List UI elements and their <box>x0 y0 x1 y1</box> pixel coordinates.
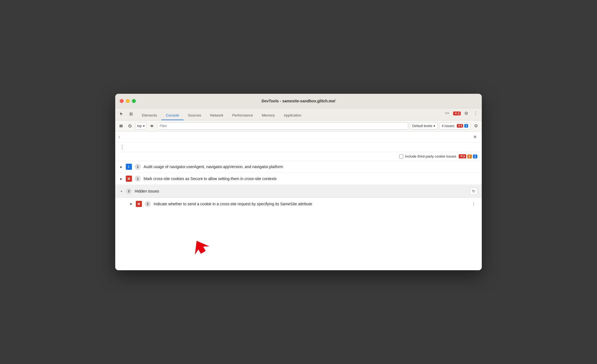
issue-type-icon-error <box>126 176 132 182</box>
default-levels-dropdown[interactable]: Default levels ▾ <box>410 122 438 130</box>
info-badge: 1 <box>473 155 477 158</box>
close-panel-btn[interactable]: ✕ <box>471 133 478 140</box>
layers-icon-btn[interactable] <box>127 110 135 118</box>
svg-line-7 <box>129 125 131 127</box>
third-party-row: Include third-party cookie issues ✕ 3 0 … <box>115 152 482 161</box>
maximize-button[interactable] <box>132 99 136 103</box>
svg-rect-2 <box>130 114 131 115</box>
minimize-button[interactable] <box>126 99 130 103</box>
traffic-lights <box>120 99 136 103</box>
tab-elements[interactable]: Elements <box>137 111 161 120</box>
svg-rect-10 <box>128 166 129 168</box>
sub-issue-type-icon <box>136 201 142 207</box>
console-prompt-row: › ✕ <box>115 132 482 142</box>
issue-text-crosssite: Mark cross-site cookies as Secure to all… <box>144 176 477 181</box>
tab-error-badge: ✕ 3 <box>453 112 461 115</box>
svg-point-11 <box>128 166 129 166</box>
sub-issue-text: Indicate whether to send a cookie in a c… <box>154 202 467 206</box>
chevron-right-icon: › <box>119 135 120 139</box>
issue-row-crosssite[interactable]: ▶ 1 Mark cross-site cookies as Secure to… <box>115 173 482 184</box>
error-badge: ✕ 3 <box>459 154 466 158</box>
svg-rect-3 <box>131 114 132 115</box>
devtools-window: DevTools - samesite-sandbox.glitch.me/ E… <box>115 94 482 270</box>
hidden-issues-section: ▾ 2 Hidden issues ↻ <box>115 185 482 198</box>
svg-point-9 <box>151 125 152 126</box>
tab-sources[interactable]: Sources <box>184 111 206 120</box>
console-content: › ✕ ⋮ Include third-party cookie issues … <box>115 132 482 270</box>
issues-error-count: ✕ 3 <box>457 124 463 128</box>
chevron-down-icon: ▾ <box>143 124 145 128</box>
svg-rect-0 <box>130 113 131 114</box>
filter-input[interactable] <box>157 122 408 130</box>
tab-application[interactable]: Application <box>279 111 306 120</box>
console-toolbar: top ▾ Default levels ▾ 4 Issues: ✕ 3 1 ⚙ <box>115 120 482 132</box>
refresh-btn[interactable]: ↻ <box>470 188 477 195</box>
more-options-btn[interactable]: ⋮ <box>472 110 480 117</box>
expand-arrow-samesite[interactable]: ▶ <box>130 202 133 205</box>
third-party-checkbox[interactable] <box>399 155 403 158</box>
sub-issue-row-samesite[interactable]: ▶ 2 Indicate whether to send a cookie in… <box>115 198 482 210</box>
settings-btn[interactable]: ⚙ <box>462 110 470 117</box>
expand-arrow-crosssite[interactable]: ▶ <box>120 177 123 180</box>
tab-icon-group <box>117 110 135 120</box>
svg-rect-1 <box>131 113 132 114</box>
ban-icon-btn[interactable] <box>126 122 134 130</box>
tab-memory[interactable]: Memory <box>257 111 279 120</box>
issue-section-crosssite: ▶ 1 Mark cross-site cookies as Secure to… <box>115 173 482 185</box>
chevron-down-icon: ▾ <box>433 124 435 128</box>
svg-rect-5 <box>121 125 122 127</box>
issue-text-audit: Audit usage of navigator.userAgent, navi… <box>144 165 477 169</box>
top-selector[interactable]: top ▾ <box>135 122 147 130</box>
annotation-arrow <box>190 238 212 255</box>
issue-count-audit: 1 <box>135 164 141 170</box>
tab-console[interactable]: Console <box>161 111 184 120</box>
tab-performance[interactable]: Performance <box>228 111 257 120</box>
sub-issue-count: 2 <box>145 201 151 207</box>
third-party-checkbox-label[interactable]: Include third-party cookie issues <box>399 154 456 158</box>
more-options-row: ⋮ <box>115 142 482 152</box>
hidden-issues-label: Hidden issues <box>135 189 467 193</box>
issue-row-audit[interactable]: ▶ 1 Audit usage of navigator.userAgent, … <box>115 161 482 173</box>
titlebar: DevTools - samesite-sandbox.glitch.me/ <box>115 94 482 108</box>
svg-marker-14 <box>190 238 210 255</box>
issue-section-audit: ▶ 1 Audit usage of navigator.userAgent, … <box>115 161 482 173</box>
x-icon: ✕ <box>460 155 463 158</box>
window-title: DevTools - samesite-sandbox.glitch.me/ <box>262 99 335 103</box>
svg-rect-4 <box>120 125 121 127</box>
tab-network[interactable]: Network <box>206 111 228 120</box>
issue-count-crosssite: 1 <box>135 176 141 182</box>
issue-type-icon-info <box>126 164 132 170</box>
hidden-issues-count: 2 <box>126 188 132 194</box>
badge-group: ✕ 3 0 1 <box>459 154 477 158</box>
warning-badge: 0 <box>467 155 472 158</box>
x-mark-icon: ✕ <box>458 124 460 127</box>
play-icon-btn[interactable] <box>117 122 125 130</box>
issues-badge[interactable]: 4 Issues: ✕ 3 1 <box>439 122 471 130</box>
tab-bar: Elements Console Sources Network Perform… <box>115 108 482 120</box>
cursor-icon-btn[interactable] <box>117 110 126 118</box>
issues-info-count: 1 <box>464 124 468 128</box>
tab-more[interactable]: >> <box>443 109 451 118</box>
tab-right-icons: >> ✕ 3 ⚙ ⋮ <box>443 109 480 120</box>
close-button[interactable] <box>120 99 124 103</box>
eye-icon-btn[interactable] <box>148 122 155 130</box>
expand-arrow-audit[interactable]: ▶ <box>120 165 123 168</box>
sub-issue-more-btn[interactable]: ⋮ <box>470 201 477 207</box>
x-icon: ✕ <box>455 112 457 115</box>
console-settings-btn[interactable]: ⚙ <box>472 122 480 130</box>
more-dots-btn[interactable]: ⋮ <box>120 144 125 150</box>
expand-arrow-hidden[interactable]: ▾ <box>120 190 123 193</box>
